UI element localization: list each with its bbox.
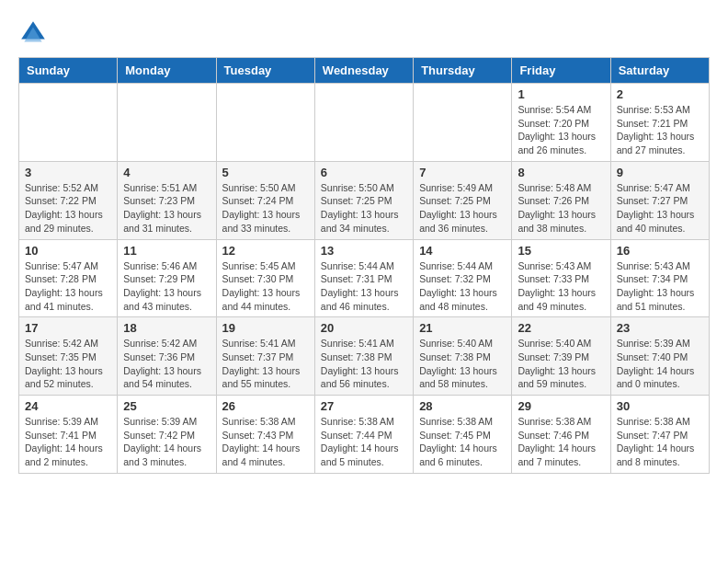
day-number: 12 <box>222 244 309 258</box>
calendar-cell: 24Sunrise: 5:39 AM Sunset: 7:41 PM Dayli… <box>19 396 118 474</box>
calendar-cell: 12Sunrise: 5:45 AM Sunset: 7:30 PM Dayli… <box>216 239 314 317</box>
day-info: Sunrise: 5:40 AM Sunset: 7:39 PM Dayligh… <box>518 337 604 391</box>
day-number: 24 <box>25 399 111 413</box>
day-number: 20 <box>321 321 407 335</box>
calendar-cell: 1Sunrise: 5:54 AM Sunset: 7:20 PM Daylig… <box>512 84 610 162</box>
day-number: 21 <box>419 321 506 335</box>
calendar-cell: 7Sunrise: 5:49 AM Sunset: 7:25 PM Daylig… <box>414 161 512 239</box>
calendar-cell: 20Sunrise: 5:41 AM Sunset: 7:38 PM Dayli… <box>314 317 413 396</box>
day-info: Sunrise: 5:44 AM Sunset: 7:31 PM Dayligh… <box>321 259 407 314</box>
day-info: Sunrise: 5:50 AM Sunset: 7:24 PM Dayligh… <box>222 181 309 236</box>
day-number: 2 <box>617 87 703 101</box>
calendar-cell: 18Sunrise: 5:42 AM Sunset: 7:36 PM Dayli… <box>118 317 216 396</box>
day-info: Sunrise: 5:44 AM Sunset: 7:32 PM Dayligh… <box>419 259 506 314</box>
calendar-cell: 9Sunrise: 5:47 AM Sunset: 7:27 PM Daylig… <box>610 161 709 239</box>
day-info: Sunrise: 5:38 AM Sunset: 7:47 PM Dayligh… <box>617 415 703 469</box>
calendar-week-row: 10Sunrise: 5:47 AM Sunset: 7:28 PM Dayli… <box>19 239 710 317</box>
calendar-cell: 16Sunrise: 5:43 AM Sunset: 7:34 PM Dayli… <box>610 239 709 317</box>
day-info: Sunrise: 5:41 AM Sunset: 7:37 PM Dayligh… <box>222 337 309 391</box>
calendar-cell <box>314 84 413 162</box>
day-info: Sunrise: 5:53 AM Sunset: 7:21 PM Dayligh… <box>617 103 703 157</box>
day-number: 13 <box>321 244 407 258</box>
day-info: Sunrise: 5:47 AM Sunset: 7:28 PM Dayligh… <box>25 259 111 314</box>
calendar-cell: 22Sunrise: 5:40 AM Sunset: 7:39 PM Dayli… <box>512 317 610 396</box>
day-info: Sunrise: 5:46 AM Sunset: 7:29 PM Dayligh… <box>123 259 210 314</box>
calendar-header-sunday: Sunday <box>19 58 118 84</box>
calendar-week-row: 17Sunrise: 5:42 AM Sunset: 7:35 PM Dayli… <box>19 317 710 396</box>
calendar-cell: 19Sunrise: 5:41 AM Sunset: 7:37 PM Dayli… <box>216 317 314 396</box>
day-info: Sunrise: 5:38 AM Sunset: 7:44 PM Dayligh… <box>321 415 407 469</box>
calendar-cell: 25Sunrise: 5:39 AM Sunset: 7:42 PM Dayli… <box>118 396 216 474</box>
day-number: 15 <box>518 244 604 258</box>
calendar-table: SundayMondayTuesdayWednesdayThursdayFrid… <box>18 57 710 474</box>
calendar-week-row: 3Sunrise: 5:52 AM Sunset: 7:22 PM Daylig… <box>19 161 710 239</box>
day-info: Sunrise: 5:49 AM Sunset: 7:25 PM Dayligh… <box>419 181 506 236</box>
day-number: 7 <box>419 166 506 179</box>
day-info: Sunrise: 5:50 AM Sunset: 7:25 PM Dayligh… <box>321 181 407 236</box>
calendar-cell: 27Sunrise: 5:38 AM Sunset: 7:44 PM Dayli… <box>314 396 413 474</box>
calendar-cell: 29Sunrise: 5:38 AM Sunset: 7:46 PM Dayli… <box>512 396 610 474</box>
day-info: Sunrise: 5:51 AM Sunset: 7:23 PM Dayligh… <box>123 181 210 236</box>
day-number: 28 <box>419 399 506 413</box>
calendar-cell <box>118 84 216 162</box>
day-number: 30 <box>617 399 703 413</box>
calendar-cell: 10Sunrise: 5:47 AM Sunset: 7:28 PM Dayli… <box>19 239 118 317</box>
day-number: 26 <box>222 399 309 413</box>
day-info: Sunrise: 5:39 AM Sunset: 7:40 PM Dayligh… <box>617 337 703 391</box>
day-info: Sunrise: 5:38 AM Sunset: 7:43 PM Dayligh… <box>222 415 309 469</box>
day-info: Sunrise: 5:39 AM Sunset: 7:42 PM Dayligh… <box>123 415 210 469</box>
calendar-cell <box>414 84 512 162</box>
day-number: 8 <box>518 166 604 179</box>
calendar-cell: 2Sunrise: 5:53 AM Sunset: 7:21 PM Daylig… <box>610 84 709 162</box>
calendar-cell: 4Sunrise: 5:51 AM Sunset: 7:23 PM Daylig… <box>118 161 216 239</box>
day-number: 14 <box>419 244 506 258</box>
calendar-cell: 6Sunrise: 5:50 AM Sunset: 7:25 PM Daylig… <box>314 161 413 239</box>
calendar-week-row: 24Sunrise: 5:39 AM Sunset: 7:41 PM Dayli… <box>19 396 710 474</box>
calendar-header-tuesday: Tuesday <box>216 58 314 84</box>
calendar-cell: 11Sunrise: 5:46 AM Sunset: 7:29 PM Dayli… <box>118 239 216 317</box>
day-number: 6 <box>321 166 407 179</box>
day-number: 3 <box>25 166 111 179</box>
calendar-cell <box>19 84 118 162</box>
day-info: Sunrise: 5:42 AM Sunset: 7:35 PM Dayligh… <box>25 337 111 391</box>
day-info: Sunrise: 5:38 AM Sunset: 7:46 PM Dayligh… <box>518 415 604 469</box>
calendar-cell: 23Sunrise: 5:39 AM Sunset: 7:40 PM Dayli… <box>610 317 709 396</box>
day-number: 16 <box>617 244 703 258</box>
day-info: Sunrise: 5:47 AM Sunset: 7:27 PM Dayligh… <box>617 181 703 236</box>
calendar-header-saturday: Saturday <box>610 58 709 84</box>
day-number: 19 <box>222 321 309 335</box>
calendar-cell: 26Sunrise: 5:38 AM Sunset: 7:43 PM Dayli… <box>216 396 314 474</box>
day-info: Sunrise: 5:41 AM Sunset: 7:38 PM Dayligh… <box>321 337 407 391</box>
calendar-week-row: 1Sunrise: 5:54 AM Sunset: 7:20 PM Daylig… <box>19 84 710 162</box>
day-number: 5 <box>222 166 309 179</box>
day-number: 18 <box>123 321 210 335</box>
day-number: 22 <box>518 321 604 335</box>
calendar-cell: 5Sunrise: 5:50 AM Sunset: 7:24 PM Daylig… <box>216 161 314 239</box>
calendar-cell: 17Sunrise: 5:42 AM Sunset: 7:35 PM Dayli… <box>19 317 118 396</box>
day-number: 23 <box>617 321 703 335</box>
day-info: Sunrise: 5:54 AM Sunset: 7:20 PM Dayligh… <box>518 103 604 157</box>
calendar-cell: 13Sunrise: 5:44 AM Sunset: 7:31 PM Dayli… <box>314 239 413 317</box>
calendar-header-wednesday: Wednesday <box>314 58 413 84</box>
calendar-header-friday: Friday <box>512 58 610 84</box>
calendar-cell: 3Sunrise: 5:52 AM Sunset: 7:22 PM Daylig… <box>19 161 118 239</box>
logo-icon <box>18 18 48 48</box>
day-info: Sunrise: 5:52 AM Sunset: 7:22 PM Dayligh… <box>25 181 111 236</box>
day-number: 29 <box>518 399 604 413</box>
day-info: Sunrise: 5:42 AM Sunset: 7:36 PM Dayligh… <box>123 337 210 391</box>
day-number: 11 <box>123 244 210 258</box>
day-info: Sunrise: 5:39 AM Sunset: 7:41 PM Dayligh… <box>25 415 111 469</box>
day-number: 4 <box>123 166 210 179</box>
day-number: 25 <box>123 399 210 413</box>
day-info: Sunrise: 5:43 AM Sunset: 7:34 PM Dayligh… <box>617 259 703 314</box>
calendar-header-row: SundayMondayTuesdayWednesdayThursdayFrid… <box>19 58 710 84</box>
calendar-cell: 21Sunrise: 5:40 AM Sunset: 7:38 PM Dayli… <box>414 317 512 396</box>
calendar-cell: 15Sunrise: 5:43 AM Sunset: 7:33 PM Dayli… <box>512 239 610 317</box>
day-info: Sunrise: 5:48 AM Sunset: 7:26 PM Dayligh… <box>518 181 604 236</box>
day-number: 17 <box>25 321 111 335</box>
day-number: 9 <box>617 166 703 179</box>
day-number: 10 <box>25 244 111 258</box>
calendar-cell <box>216 84 314 162</box>
day-info: Sunrise: 5:43 AM Sunset: 7:33 PM Dayligh… <box>518 259 604 314</box>
logo <box>18 18 51 48</box>
